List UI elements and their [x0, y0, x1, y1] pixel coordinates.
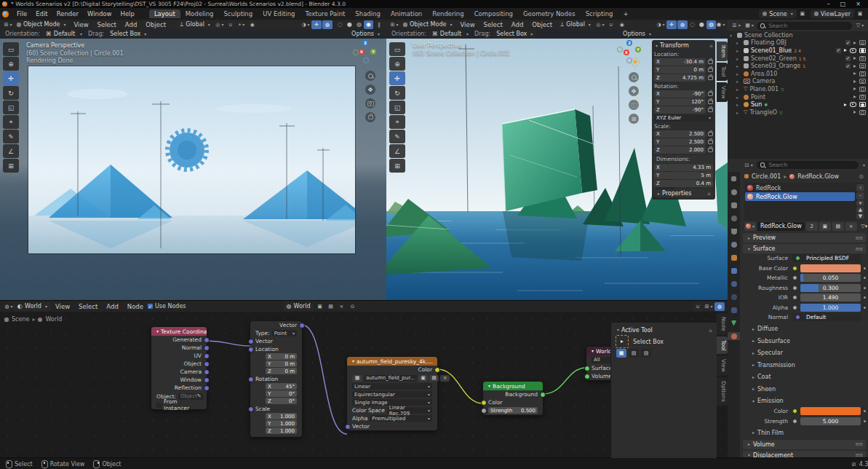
add-menu[interactable]: Add — [507, 21, 527, 28]
pause-render-button[interactable]: ‖ — [374, 20, 384, 29]
tab-world[interactable] — [728, 240, 740, 248]
ior-slider[interactable]: 1.490 — [800, 293, 861, 302]
projection-dropdown[interactable]: Equirectangular▾ — [352, 391, 432, 398]
shading-solid-icon[interactable]: ● — [345, 20, 354, 29]
tab-constraints[interactable] — [728, 306, 740, 314]
unlink-material-icon[interactable]: × — [845, 222, 857, 231]
remove-slot-button[interactable]: － — [856, 192, 864, 200]
snap-target-icon[interactable]: ⌖▾ — [236, 20, 247, 29]
lock-icon[interactable] — [708, 140, 713, 144]
socket-surface-in[interactable] — [584, 366, 590, 371]
socket-normal[interactable] — [204, 345, 210, 351]
workspace-tab-layout[interactable]: Layout — [149, 9, 180, 18]
gizmos-toggle-icon[interactable]: ✛ — [666, 20, 677, 29]
fake-user-icon[interactable]: ▣ — [819, 222, 831, 231]
base-color-swatch[interactable] — [800, 264, 861, 272]
tool-rotate-icon[interactable]: ↻ — [389, 86, 405, 100]
roughness-slider[interactable]: 0.300 — [800, 284, 861, 292]
metallic-slider[interactable]: 0.050 — [800, 274, 861, 282]
tool-transform-icon[interactable]: ⌖ — [389, 115, 405, 129]
socket-location[interactable] — [248, 347, 254, 352]
tool-move-icon[interactable]: ✛ — [389, 71, 405, 85]
emission-color-swatch[interactable] — [800, 407, 861, 415]
world-datablock-selector[interactable]: ◍ World — [283, 302, 314, 311]
scale-x-field[interactable]: X2.500 — [654, 130, 706, 138]
tab-object-data[interactable] — [728, 319, 740, 327]
socket-volume-in[interactable] — [584, 374, 590, 379]
collection-checkbox[interactable]: ✓ — [845, 40, 851, 45]
mapping-type-dropdown[interactable]: Point▾ — [272, 330, 297, 336]
workspace-tab-compositing[interactable]: Compositing — [469, 9, 518, 18]
tab-physics[interactable] — [728, 293, 740, 301]
snap-magnet-icon[interactable]: ∪ — [226, 20, 236, 29]
location-z-field[interactable]: Z4.725 m — [654, 74, 706, 82]
location-y-field[interactable]: Y0 m — [654, 66, 706, 74]
tool-scale-icon[interactable]: ◱ — [3, 100, 19, 114]
select-mode-new-icon[interactable]: ▦ — [616, 349, 626, 358]
shader-editor[interactable]: ◍▾ ◐ World▾ View Select Add Node ✓ Use N… — [0, 300, 728, 458]
transform-panel-title[interactable]: Transform — [660, 42, 689, 49]
surface-shader-dropdown[interactable]: Principled BSDF — [792, 254, 861, 262]
dimension-z-field[interactable]: Z0.4 m — [654, 180, 713, 187]
panel-coat[interactable]: ▸Coat — [747, 372, 866, 383]
panel-preview[interactable]: ▸Preview≡≡ — [743, 233, 866, 243]
select-menu[interactable]: Select — [74, 303, 102, 310]
breadcrumb-object[interactable]: Circle.001 — [752, 173, 781, 180]
tab-output[interactable] — [728, 201, 740, 209]
gizmo-y-axis[interactable]: Y — [370, 49, 376, 55]
viewlayer-new-icon[interactable]: ▣ — [855, 9, 865, 18]
socket-generated[interactable] — [204, 337, 210, 343]
zoom-view-icon[interactable] — [365, 71, 375, 81]
viewport-user[interactable]: ⊞▾ Object Mode▾ View Select Add Object ⟂… — [386, 20, 728, 300]
outliner-row-scene01-blue[interactable]: ▸Scene01_Blue 2 4 ✓ — [728, 47, 868, 55]
selectable-icon[interactable] — [853, 72, 856, 75]
panel-subsurface[interactable]: ▸Subsurface — [747, 336, 866, 347]
outliner-row-plane-001[interactable]: ▸▽Plane.001 ▽ — [728, 85, 868, 93]
render-visibility-icon[interactable] — [859, 56, 866, 61]
tool-annotate-icon[interactable]: ✎ — [389, 130, 405, 143]
pivot-point-icon[interactable]: ◎▾ — [595, 20, 605, 29]
from-instancer-checkbox[interactable] — [156, 403, 162, 408]
gizmo-z-neg[interactable] — [363, 58, 369, 63]
workspace-tab-geometry-nodes[interactable]: Geometry Nodes — [518, 9, 581, 18]
tab-view-layer[interactable] — [728, 214, 740, 222]
workspace-tab-uv-editing[interactable]: UV Editing — [258, 9, 300, 18]
minimize-button[interactable]: – — [827, 1, 830, 7]
shading-rendered-icon[interactable]: ◉▾ — [716, 20, 725, 29]
gizmo-z-axis[interactable]: Z — [626, 40, 632, 46]
options-button[interactable]: Options▾ — [619, 30, 655, 39]
pivot-point-icon[interactable]: ◎▾ — [215, 20, 225, 29]
lock-view-icon[interactable] — [365, 112, 375, 122]
mapping-loc-x[interactable]: X0 m — [266, 353, 297, 360]
sidebar-tab-view[interactable]: View — [717, 82, 728, 103]
mapping-scale-y[interactable]: Y1.000 — [266, 420, 297, 427]
socket-rotation[interactable] — [248, 377, 254, 382]
panel-displacement[interactable]: ▾Displacement≡≡ — [743, 451, 866, 458]
emission-strength-slider[interactable]: 5.000 — [800, 417, 861, 425]
hide-icon[interactable] — [850, 102, 856, 107]
shader-node-canvas[interactable]: Scene▸ World ▾Texture Coordinate Generat… — [0, 312, 728, 458]
outliner-row-camera[interactable]: ▸Camera — [728, 78, 868, 86]
workspace-tab-scripting[interactable]: Scripting — [581, 9, 618, 18]
node-background[interactable]: ▾Background Background Color Strength0.5… — [483, 382, 543, 415]
gizmo-y-axis[interactable]: Y — [635, 47, 641, 52]
filter-icon[interactable]: ▽▾ — [855, 21, 865, 30]
socket-uv[interactable] — [204, 353, 210, 359]
render-visibility-icon[interactable] — [859, 63, 866, 68]
selectable-icon[interactable] — [853, 65, 856, 68]
node-environment-texture[interactable]: ▾autumn_field_puresky_4k.hdr Color ▦ aut… — [347, 357, 437, 430]
view-menu[interactable]: View — [69, 21, 92, 28]
panel-transmission[interactable]: ▸Transmission — [747, 360, 866, 371]
unlink-datablock-icon[interactable]: × — [336, 302, 346, 311]
scale-y-field[interactable]: Y2.500 — [654, 138, 706, 146]
scene-selector[interactable]: Scene▾ — [759, 9, 796, 18]
tab-tool[interactable]: Tool — [717, 336, 728, 355]
gizmo-y-neg[interactable] — [353, 50, 359, 55]
navigation-gizmo[interactable]: Z X Y — [617, 40, 642, 62]
panel-surface[interactable]: ▾Surface≡≡ — [743, 244, 866, 253]
socket-color-in[interactable] — [481, 400, 487, 406]
visibility-dropdown-icon[interactable]: ◑▾ — [656, 20, 666, 29]
gizmo-x-axis[interactable]: X — [359, 49, 365, 55]
viewport-camera-canvas[interactable] — [0, 39, 386, 300]
mapping-rot-y[interactable]: Y0° — [266, 390, 297, 397]
